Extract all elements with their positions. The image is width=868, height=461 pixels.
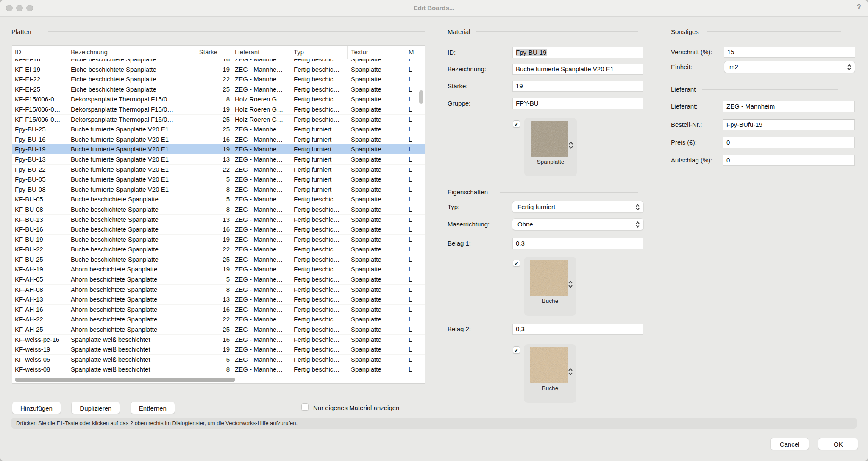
table-row[interactable]: KF-EI-16 Eiche beschichtete Spanplatte 1… (12, 59, 425, 64)
window-title: Edit Boards... (0, 0, 868, 16)
lieferant-label: Lieferant: (671, 101, 698, 112)
bezeichnung-field[interactable]: Buche furnierte Spanplatte V20 E1 (512, 64, 643, 75)
table-row[interactable]: KF-BU-19 Buche beschichtete Spanplatte 1… (12, 235, 425, 245)
table-row[interactable]: KF-BU-13 Buche beschichtete Spanplatte 1… (12, 215, 425, 225)
platten-section-label: Platten (11, 28, 31, 35)
bezeichnung-label: Bezeichnung: (448, 64, 486, 75)
table-row[interactable]: Fpy-BU-16 Buche furnierte Spanplatte V20… (12, 134, 425, 145)
einheit-dropdown[interactable]: m2 (724, 61, 855, 73)
id-label: ID: (448, 47, 456, 58)
table-row[interactable]: Fpy-BU-13 Buche furnierte Spanplatte V20… (12, 154, 425, 165)
table-row[interactable]: Fpy-BU-05 Buche furnierte Spanplatte V20… (12, 174, 425, 184)
table-row[interactable]: KF-AH-19 Ahorn beschichtete Spanplatte 1… (12, 264, 425, 274)
belag1-texture-checkbox[interactable]: ✓ (513, 260, 520, 267)
table-row[interactable]: KF-AH-08 Ahorn beschichtete Spanplatte 8… (12, 285, 425, 295)
help-text-bar: Drücken Sie die F1-Taste oder klicken au… (11, 418, 857, 429)
table-row[interactable]: KF-BU-25 Buche beschichtete Spanplatte 2… (12, 254, 425, 265)
verschnitt-field[interactable]: 15 (724, 47, 855, 58)
horizontal-scrollbar-thumb[interactable] (15, 378, 235, 382)
column-header-typ[interactable]: Typ (289, 46, 348, 59)
column-header-staerke[interactable]: Stärke (187, 46, 231, 59)
sonstiges-section-label: Sonstiges (671, 28, 699, 35)
vertical-scrollbar-thumb[interactable] (419, 90, 423, 104)
table-row[interactable]: KF-BU-16 Buche beschichtete Spanplatte 1… (12, 224, 425, 235)
table-row[interactable]: KF-EI-19 Eiche beschichtete Spanplatte 1… (12, 64, 425, 75)
column-header-textur[interactable]: Textur (348, 46, 405, 59)
staerke-label: Stärke: (448, 81, 468, 92)
table-row[interactable]: KF-weiss-pe-16 Spanplatte weiß beschicht… (12, 335, 425, 345)
help-icon[interactable]: ? (857, 3, 861, 11)
texture-stepper-icon[interactable] (568, 141, 573, 149)
column-header-material[interactable]: M (405, 46, 425, 59)
material-texture-card[interactable]: Spanplatte (524, 118, 577, 176)
table-row[interactable]: KF-F15/006-0… Dekorspanplatte Thermopal … (12, 94, 425, 104)
eigenschaften-section-divider (500, 192, 638, 193)
platten-section-divider (48, 31, 425, 32)
own-material-checkbox[interactable]: ✓ (301, 403, 309, 411)
belag1-field[interactable]: 0,3 (512, 238, 643, 249)
belag2-texture-card[interactable]: Buche (524, 344, 576, 403)
table-row[interactable]: KF-AH-05 Ahorn beschichtete Spanplatte 5… (12, 274, 425, 285)
table-row[interactable]: KF-weiss-08 Spanplatte weiß beschichtet … (12, 364, 425, 374)
bestellnr-field[interactable]: Fpy-BUfu-19 (723, 119, 855, 130)
add-button[interactable]: Hinzufügen (12, 402, 61, 414)
texture-stepper-icon[interactable] (568, 280, 573, 288)
lieferant-section-label: Lieferant (671, 86, 696, 93)
einheit-dropdown-value: m2 (729, 63, 738, 70)
table-row[interactable]: KF-EI-22 Eiche beschichtete Spanplatte 2… (12, 74, 425, 84)
duplicate-button[interactable]: Duplizieren (71, 402, 120, 414)
chevron-up-down-icon (635, 221, 640, 228)
maserrichtung-dropdown[interactable]: Ohne (512, 218, 644, 230)
material-section-label: Material (448, 28, 470, 35)
table-row[interactable]: KF-AH-13 Ahorn beschichtete Spanplatte 1… (12, 294, 425, 305)
table-row[interactable]: KF-F15/006-0… Dekorspanplatte Thermopal … (12, 115, 425, 125)
typ-dropdown[interactable]: Fertig furniert (512, 201, 644, 213)
column-header-id[interactable]: ID (12, 46, 68, 59)
remove-button[interactable]: Entfernen (131, 402, 175, 414)
table-row[interactable]: Fpy-BU-08 Buche furnierte Spanplatte V20… (12, 184, 425, 195)
texture-stepper-icon[interactable] (568, 368, 573, 376)
buche-texture-image (530, 347, 568, 383)
cancel-button[interactable]: Cancel (770, 438, 809, 450)
staerke-field[interactable]: 19 (512, 81, 643, 92)
table-row[interactable]: KF-BU-05 Buche beschichtete Spanplatte 5… (12, 194, 425, 204)
belag1-texture-card[interactable]: Buche (524, 257, 576, 316)
table-row[interactable]: KF-AH-16 Ahorn beschichtete Spanplatte 1… (12, 305, 425, 315)
edit-boards-dialog: Edit Boards... ? Platten ID Bezeichnung … (0, 0, 868, 461)
table-row[interactable]: KF-F15/006-0… Dekorspanplatte Thermopal … (12, 104, 425, 115)
table-row[interactable]: KF-weiss-19 Spanplatte weiß beschichtet … (12, 344, 425, 355)
lieferant-section-divider (702, 89, 838, 90)
aufschlag-field[interactable]: 0 (723, 155, 855, 166)
buche-texture-image (530, 260, 568, 296)
belag1-label: Belag 1: (448, 238, 471, 249)
column-header-lieferant[interactable]: Lieferant (231, 46, 289, 59)
material-texture-checkbox[interactable]: ✓ (513, 120, 520, 128)
belag2-label: Belag 2: (448, 324, 471, 335)
table-row[interactable]: Fpy-BU-22 Buche furnierte Spanplatte V20… (12, 165, 425, 175)
gruppe-label: Gruppe: (448, 98, 470, 109)
belag2-field[interactable]: 0,3 (512, 324, 643, 335)
title-bar: Edit Boards... ? (0, 0, 868, 17)
table-row[interactable]: Fpy-BU-25 Buche furnierte Spanplatte V20… (12, 124, 425, 134)
aufschlag-label: Aufschlag (%): (671, 155, 712, 166)
table-row[interactable]: KF-EI-25 Eiche beschichtete Spanplatte 2… (12, 84, 425, 95)
ok-button[interactable]: OK (818, 438, 858, 450)
platten-table: ID Bezeichnung Stärke Lieferant Typ Text… (12, 45, 425, 384)
maserrichtung-label: Maserrichtung: (448, 219, 490, 230)
spanplatte-texture-image (531, 121, 568, 157)
table-row[interactable]: KF-BU-08 Buche beschichtete Spanplatte 8… (12, 204, 425, 215)
platten-table-header: ID Bezeichnung Stärke Lieferant Typ Text… (12, 46, 425, 59)
lieferant-field[interactable]: ZEG - Mannheim (723, 101, 855, 112)
table-row[interactable]: KF-weiss-05 Spanplatte weiß beschichtet … (12, 355, 425, 365)
table-row[interactable]: KF-AH-22 Ahorn beschichtete Spanplatte 2… (12, 314, 425, 324)
preis-label: Preis (€): (671, 137, 697, 148)
gruppe-field[interactable]: FPY-BU (512, 98, 643, 109)
table-row[interactable]: KF-AH-25 Ahorn beschichtete Spanplatte 2… (12, 324, 425, 335)
column-header-bezeichnung[interactable]: Bezeichnung (68, 46, 187, 59)
table-row[interactable]: Fpy-BU-19 Buche furnierte Spanplatte V20… (12, 144, 425, 154)
preis-field[interactable]: 0 (723, 137, 855, 148)
chevron-up-down-icon (635, 204, 640, 211)
id-field[interactable]: Fpy-BU-19 (512, 47, 643, 58)
table-row[interactable]: KF-BU-22 Buche beschichtete Spanplatte 2… (12, 244, 425, 254)
belag2-texture-checkbox[interactable]: ✓ (513, 346, 520, 354)
